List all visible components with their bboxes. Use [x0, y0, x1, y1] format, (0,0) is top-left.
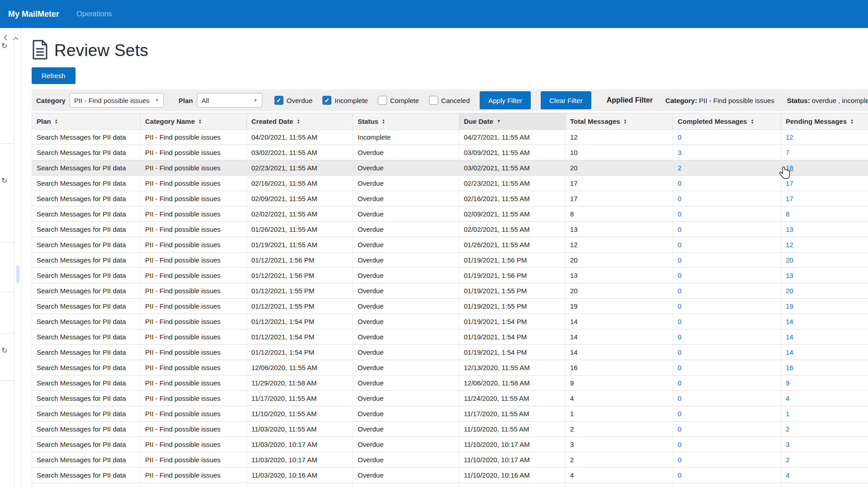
completed-messages-link[interactable]: 0 — [678, 195, 681, 202]
chevron-left-icon[interactable] — [4, 34, 8, 42]
completed-messages-link[interactable]: 2 — [678, 164, 681, 172]
nav-item-operations[interactable]: Operations — [76, 10, 112, 18]
sort-both-icon: ▲▼ — [55, 119, 58, 124]
pending-messages-link[interactable]: 14 — [786, 333, 793, 341]
column-header-category-name[interactable]: Category Name▲▼ — [141, 113, 247, 130]
completed-messages-link[interactable]: 0 — [678, 333, 681, 341]
refresh-button[interactable]: Refresh — [32, 67, 75, 84]
pending-messages-link[interactable]: 12 — [786, 133, 793, 141]
column-header-completed-messages[interactable]: Completed Messages▲▼ — [673, 113, 781, 130]
cell-category: PII - Find possible issues — [141, 360, 247, 375]
checkbox-complete[interactable]: Complete — [378, 96, 419, 105]
cell-plan: Search Messages for PII data — [32, 345, 141, 360]
column-header-total-messages[interactable]: Total Messages▲▼ — [566, 113, 673, 130]
pending-messages-link[interactable]: 18 — [786, 164, 793, 172]
incomplete-checkbox-box[interactable]: ✓ — [322, 96, 331, 105]
pending-messages-link[interactable]: 17 — [786, 195, 793, 202]
pending-messages-link[interactable]: 13 — [786, 272, 793, 279]
completed-messages-link[interactable]: 0 — [678, 241, 681, 249]
pending-messages-link[interactable]: 7 — [786, 149, 789, 156]
pending-messages-link[interactable]: 3 — [786, 441, 789, 448]
cell-plan: Search Messages for PII data — [32, 160, 141, 176]
cell-completed: 0 — [673, 130, 781, 145]
cell-total: 4 — [566, 468, 673, 483]
pending-messages-link[interactable]: 2 — [786, 456, 789, 464]
category-dropdown[interactable]: PII - Find possible issues ▼ — [70, 93, 164, 108]
pending-messages-link[interactable]: 8 — [786, 210, 789, 218]
completed-messages-link[interactable]: 0 — [678, 425, 681, 433]
pending-messages-link[interactable]: 14 — [786, 318, 793, 325]
cell-completed: 0 — [673, 360, 781, 375]
completed-messages-link[interactable]: 0 — [678, 179, 681, 187]
cell-plan: Search Messages for PII data — [32, 437, 141, 452]
completed-messages-link[interactable]: 0 — [678, 456, 681, 464]
completed-messages-link[interactable]: 0 — [678, 394, 681, 402]
cell-plan: Search Messages for PII data — [32, 176, 141, 191]
cell-created: 11/29/2020, 11:58 AM — [247, 375, 353, 391]
checkbox-overdue[interactable]: ✓Overdue — [274, 96, 313, 105]
column-header-created-date[interactable]: Created Date▲▼ — [247, 113, 353, 130]
brand-logo[interactable]: My MailMeter — [8, 9, 59, 19]
completed-messages-link[interactable]: 0 — [678, 225, 681, 233]
cell-due: 01/19/2021, 1:54 PM — [459, 314, 566, 329]
overdue-checkbox-box[interactable]: ✓ — [274, 96, 283, 105]
completed-messages-link[interactable]: 0 — [678, 379, 681, 387]
refresh-icon[interactable]: ↻ — [1, 177, 7, 184]
completed-messages-link[interactable]: 0 — [678, 256, 681, 264]
plan-dropdown[interactable]: All ▼ — [197, 93, 262, 108]
cell-due: 02/23/2021, 11:55 AM — [459, 176, 566, 191]
column-header-pending-messages[interactable]: Pending Messages▲▼ — [781, 113, 868, 130]
refresh-icon[interactable]: ↻ — [1, 42, 7, 50]
cell-pending: 14 — [781, 345, 868, 360]
cell-plan: Search Messages for PII data — [32, 253, 141, 268]
cell-pending: 14 — [781, 314, 868, 329]
canceled-checkbox-box[interactable] — [429, 96, 438, 105]
pending-messages-link[interactable]: 14 — [786, 348, 793, 356]
checkbox-label: Overdue — [287, 97, 313, 104]
cell-plan: Search Messages for PII data — [32, 422, 141, 437]
completed-messages-link[interactable]: 0 — [678, 348, 681, 356]
refresh-icon[interactable]: ↻ — [1, 347, 7, 354]
column-header-due-date[interactable]: Due Date▼ — [459, 113, 566, 130]
pending-messages-link[interactable]: 1 — [786, 410, 789, 418]
complete-checkbox-box[interactable] — [378, 96, 387, 105]
completed-messages-link[interactable]: 0 — [678, 364, 681, 371]
completed-messages-link[interactable]: 0 — [678, 287, 681, 295]
pending-messages-link[interactable]: 9 — [786, 379, 789, 387]
main-content: Review Sets Refresh Category PII - Find … — [21, 28, 868, 488]
table-header-row: Plan▲▼Category Name▲▼Created Date▲▼Statu… — [32, 113, 868, 130]
sidebar-divider — [0, 380, 14, 381]
chevron-up-icon[interactable] — [13, 34, 19, 42]
pending-messages-link[interactable]: 4 — [786, 471, 789, 479]
completed-messages-link[interactable]: 0 — [678, 318, 681, 325]
completed-messages-link[interactable]: 0 — [678, 471, 681, 479]
cell-created: 12/06/2020, 11:55 AM — [247, 360, 353, 375]
pending-messages-link[interactable]: 13 — [786, 225, 793, 233]
column-header-status[interactable]: Status▲▼ — [353, 113, 459, 130]
completed-messages-link[interactable]: 0 — [678, 441, 681, 448]
completed-messages-link[interactable]: 3 — [678, 149, 681, 156]
checkbox-incomplete[interactable]: ✓Incomplete — [322, 96, 368, 105]
cell-plan: Search Messages for PII data — [32, 406, 141, 422]
column-header-plan[interactable]: Plan▲▼ — [32, 113, 141, 130]
checkbox-canceled[interactable]: Canceled — [429, 96, 470, 105]
clear-filter-button[interactable]: Clear Filter — [541, 91, 591, 109]
cell-status: Overdue — [353, 206, 459, 222]
completed-messages-link[interactable]: 0 — [678, 210, 681, 218]
pending-messages-link[interactable]: 2 — [786, 425, 789, 433]
pending-messages-link[interactable]: 20 — [786, 287, 793, 295]
cell-completed: 0 — [673, 375, 781, 391]
pending-messages-link[interactable]: 4 — [786, 394, 789, 402]
completed-messages-link[interactable]: 0 — [678, 302, 681, 310]
completed-messages-link[interactable]: 0 — [678, 410, 681, 418]
pending-messages-link[interactable]: 20 — [786, 256, 793, 264]
pending-messages-link[interactable]: 17 — [786, 179, 793, 187]
completed-messages-link[interactable]: 0 — [678, 133, 681, 141]
cell-total: 1 — [566, 406, 673, 422]
completed-messages-link[interactable]: 0 — [678, 272, 681, 279]
pending-messages-link[interactable]: 16 — [786, 364, 793, 371]
pending-messages-link[interactable]: 12 — [786, 241, 793, 249]
apply-filter-button[interactable]: Apply Filter — [480, 91, 531, 109]
sidebar-divider — [0, 242, 14, 243]
pending-messages-link[interactable]: 19 — [786, 302, 793, 310]
